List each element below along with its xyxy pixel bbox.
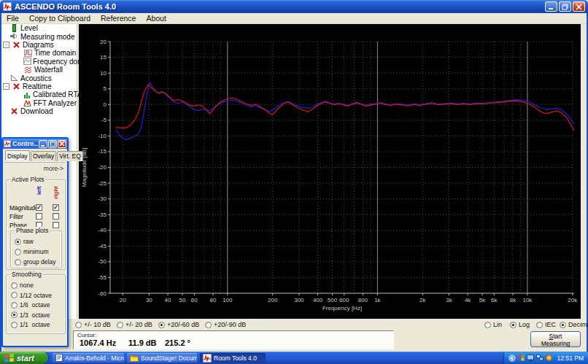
radio-label: Lin	[493, 321, 502, 328]
control-minimize-button[interactable]	[39, 140, 47, 148]
network-icon[interactable]	[536, 355, 543, 361]
svg-text:3k: 3k	[446, 297, 452, 303]
messenger-icon[interactable]	[518, 355, 525, 361]
svg-text:-40: -40	[98, 227, 107, 233]
svg-text:-50: -50	[98, 258, 107, 265]
tree-item-time-domain[interactable]: Time domain	[1, 49, 77, 57]
phase-option-minimum[interactable]: minimum	[15, 248, 48, 255]
menubar: FileCopy to ClipboardReferenceAbout	[1, 13, 587, 24]
menu-item-copy-to-clipboard[interactable]: Copy to Clipboard	[24, 14, 96, 23]
checkbox-magnitude-right[interactable]: ✓	[53, 204, 59, 211]
svg-text:30: 30	[146, 297, 152, 303]
svg-text:-10: -10	[98, 133, 107, 139]
taskbar-task-soundstage-docume[interactable]: SoundStage! Docume...	[127, 353, 197, 363]
tree-item-frequency-domain[interactable]: Frequency domain	[1, 58, 77, 66]
hide-arrow-icon[interactable]	[508, 355, 516, 362]
svg-text:-45: -45	[98, 243, 107, 249]
smoothing-option-none[interactable]: none	[11, 282, 34, 289]
smoothing-option-1-6-octave[interactable]: 1/6 octave	[11, 301, 50, 309]
range-option-20-60-db[interactable]: +20/-60 dB	[158, 321, 199, 328]
menu-item-reference[interactable]: Reference	[96, 14, 141, 23]
smoothing-option-1-1-octave[interactable]: 1/1 octave	[11, 321, 50, 328]
radio-dot	[11, 322, 18, 328]
radio-dot	[510, 322, 517, 328]
tree-item-level[interactable]: Level	[1, 24, 77, 32]
collapse-icon[interactable]: -	[3, 83, 9, 90]
plot-row-label: Magnitude	[9, 204, 39, 212]
radio-label: none	[20, 282, 34, 289]
range-option-20-90-db[interactable]: +20/-90 dB	[205, 321, 246, 328]
display-icon[interactable]	[527, 355, 534, 362]
plot-row-label: Filter	[9, 213, 23, 220]
restore-button[interactable]	[559, 1, 571, 12]
tab-display[interactable]: Display	[5, 150, 30, 160]
frequency-response-chart[interactable]: 20151050-5-10-15-20-25-30-35-40-45-50-55…	[79, 24, 581, 319]
format-option-iec[interactable]: IEC	[536, 321, 556, 328]
start-menu-button[interactable]: start	[0, 352, 48, 364]
start-measuring-button[interactable]: Start Measuring	[530, 331, 581, 347]
window-title: ASCENDO Room Tools 4.0	[15, 2, 545, 11]
format-option-decimal[interactable]: Decimal	[560, 321, 588, 328]
scale-option-log[interactable]: Log	[510, 321, 530, 328]
menu-item-file[interactable]: File	[1, 14, 24, 23]
radio-dot	[158, 322, 165, 328]
collapse-icon[interactable]: -	[3, 42, 9, 48]
taskbar: start Arrakis-Behold - Micro...SoundStag…	[0, 352, 588, 364]
tree-item-label: Diagrams	[23, 41, 54, 49]
checkbox-phase-right[interactable]	[53, 222, 59, 228]
scale-option-lin[interactable]: Lin	[484, 321, 502, 328]
svg-text:-25: -25	[98, 180, 107, 187]
tree-item-measuring-mode[interactable]: Measuring mode	[1, 32, 77, 40]
tree-item-label: Realtime	[23, 82, 51, 90]
tree-item-waterfall[interactable]: Waterfall	[1, 66, 77, 74]
update-icon[interactable]	[546, 355, 552, 361]
tab-virt-eq[interactable]: Virt. EQ	[57, 151, 83, 161]
radio-dot	[75, 322, 82, 328]
taskbar-task-room-tools-4-0[interactable]: Room Tools 4.0	[200, 353, 266, 363]
radio-label: +/- 20 dB	[125, 321, 152, 328]
svg-text:5k: 5k	[479, 297, 486, 303]
svg-text:-55: -55	[98, 274, 107, 281]
smoothing-option-1-3-octave[interactable]: 1/3 octave	[11, 311, 50, 319]
control-close-button[interactable]	[58, 140, 66, 148]
tree-item-calibrated-rta[interactable]: Calibrated RTA	[1, 90, 77, 98]
red-x-icon	[12, 83, 21, 90]
smoothing-option-1-12-octave[interactable]: 1/12 octave	[11, 292, 52, 299]
phase-option-raw[interactable]: raw	[15, 238, 34, 245]
desktop-screen: ASCENDO Room Tools 4.0 FileCopy to Clipb…	[0, 0, 588, 364]
phase-option-group-delay[interactable]: group delay	[15, 258, 55, 266]
fft-icon	[23, 99, 32, 107]
range-option-10-db[interactable]: +/- 10 dB	[75, 321, 111, 328]
channel-header-left: left	[36, 186, 42, 195]
radio-dot	[11, 282, 18, 289]
close-button[interactable]	[573, 1, 585, 12]
checkbox-filter-right[interactable]	[53, 213, 59, 220]
svg-text:-30: -30	[98, 195, 107, 202]
taskbar-task-arrakis-behold-micro[interactable]: Arrakis-Behold - Micro...	[53, 353, 124, 363]
minimize-button[interactable]	[545, 1, 557, 12]
tree-item-download[interactable]: Download	[1, 107, 77, 115]
tree-item-realtime[interactable]: -Realtime	[1, 82, 77, 90]
radio-label: +20/-60 dB	[167, 321, 199, 328]
menu-item-about[interactable]: About	[141, 14, 171, 23]
svg-text:40: 40	[165, 297, 171, 303]
more-link[interactable]: more->	[44, 165, 63, 172]
radio-dot	[15, 259, 21, 266]
control-window-titlebar[interactable]: Contro...	[3, 139, 67, 149]
titlebar[interactable]: ASCENDO Room Tools 4.0	[0, 0, 588, 13]
svg-text:20: 20	[100, 39, 107, 45]
tree-item-diagrams[interactable]: -Diagrams	[1, 41, 77, 49]
checkbox-filter-left[interactable]	[36, 213, 42, 220]
radio-dot	[11, 311, 18, 318]
phase-plots-group: Phase plots rawminimumgroup delay	[10, 231, 62, 268]
tab-overlay[interactable]: Overlay	[31, 151, 56, 161]
speaker-icon	[9, 33, 19, 40]
checkbox-magnitude-left[interactable]: ✓	[36, 204, 42, 211]
cursor-label: Cursor:	[74, 331, 393, 338]
tree-item-acoustics[interactable]: Acoustics	[1, 74, 77, 82]
task-label: SoundStage! Docume...	[141, 355, 197, 362]
svg-text:-35: -35	[98, 212, 107, 218]
range-option-20-db[interactable]: +/- 20 dB	[117, 321, 152, 328]
control-maximize-button[interactable]	[48, 140, 57, 148]
tree-item-fft-analyzer[interactable]: FFT Analyzer	[1, 99, 77, 107]
